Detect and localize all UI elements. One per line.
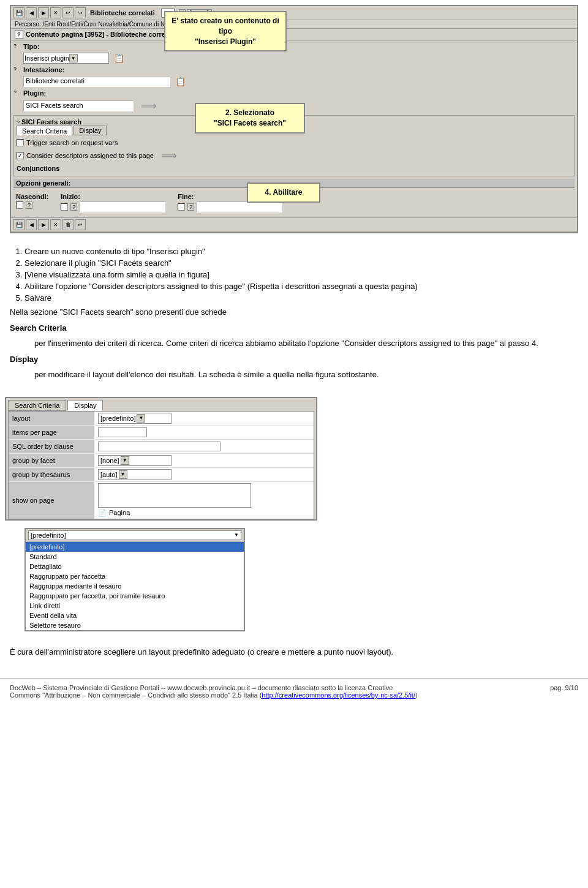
inizio-input[interactable] — [80, 201, 165, 213]
df-value-items — [94, 426, 314, 438]
df-label-thesaurus: group by thesaurus — [9, 468, 94, 481]
tipo-icon2: 📋 — [114, 53, 124, 63]
df-tab-search[interactable]: Search Criteria — [8, 400, 66, 411]
dropdown-list: [predefinito] ▼ [predefinito] Standard D… — [24, 528, 245, 631]
conjunctions-label: Conjunctions — [17, 165, 59, 172]
df-value-thesaurus: [auto] ▼ — [94, 468, 314, 481]
df-row-layout: layout [predefinito] ▼ — [9, 412, 314, 426]
df-row-thesaurus: group by thesaurus [auto] ▼ — [9, 468, 314, 482]
toolbar-btn-save[interactable]: 💾 — [13, 7, 24, 18]
step-3: [Viene visualizzata una form simile a qu… — [24, 270, 578, 279]
df-value-layout: [predefinito] ▼ — [94, 412, 314, 425]
search-criteria-section: Search Criteria — [10, 322, 578, 334]
fine-sub: ? — [178, 201, 282, 213]
consider-arrow: ⟹ — [161, 149, 177, 162]
toolbar-btn-redo[interactable]: ↪ — [75, 7, 86, 18]
toolbar-btn-close[interactable]: ✕ — [50, 7, 61, 18]
dropdown-item-3[interactable]: Raggruppato per faccetta — [26, 571, 244, 581]
bottom-btn-6[interactable]: ↩ — [75, 219, 86, 230]
step-1: Creare un nuovo contenuto di tipo "Inser… — [24, 247, 578, 256]
tipo-select-arrow[interactable]: ▼ — [69, 54, 78, 62]
dropdown-item-5[interactable]: Raggruppato per faccetta, poi tramite te… — [26, 591, 244, 601]
dropdown-header-select[interactable]: [predefinito] ▼ — [28, 530, 241, 540]
tipo-select[interactable]: Inserisci plugin ▼ — [23, 53, 109, 64]
items-per-page-input[interactable] — [98, 427, 147, 437]
layout-select[interactable]: [predefinito] ▼ — [98, 413, 172, 424]
search-criteria-desc: per l'inserimento dei criteri di ricerca… — [34, 337, 578, 350]
fine-checkbox[interactable] — [178, 203, 185, 211]
sici-intro: Nella sezione "SICI Facets search" sono … — [10, 306, 578, 318]
df-tab-display[interactable]: Display — [67, 400, 103, 411]
page-number: pag. 9/10 — [550, 684, 578, 691]
dropdown-item-8[interactable]: Selettore tesauro — [26, 620, 244, 630]
inizio-checkbox[interactable] — [61, 203, 68, 211]
thesaurus-select[interactable]: [auto] ▼ — [98, 469, 172, 480]
nascondi-q: ? — [26, 201, 32, 209]
dropdown-item-1[interactable]: Standard — [26, 552, 244, 562]
bottom-btn-3[interactable]: ▶ — [38, 219, 49, 230]
nascondi-checkbox[interactable] — [16, 201, 23, 209]
bottom-btn-2[interactable]: ◀ — [26, 219, 37, 230]
dropdown-item-2[interactable]: Dettagliato — [26, 562, 244, 571]
callout-2: 2. Selezionato "SICI Facets search" — [195, 103, 305, 134]
pagina-label: Pagina — [109, 509, 130, 516]
search-criteria-title: Search Criteria — [10, 323, 67, 333]
inizio-sub: ? — [61, 201, 165, 213]
sql-order-input[interactable] — [98, 442, 221, 451]
intestazione-row: ? Intestazione: — [13, 66, 575, 73]
nascondi-sub: ? — [16, 201, 48, 209]
bottom-btn-1[interactable]: 💾 — [13, 219, 24, 230]
toolbar-btn-back[interactable]: ◀ — [26, 7, 37, 18]
plugin-icon: ? — [13, 89, 21, 97]
toolbar-btn-undo[interactable]: ↩ — [62, 7, 74, 18]
tipo-label: Tipo: — [23, 43, 72, 50]
trigger-row: Trigger search on request vars — [17, 138, 571, 148]
dropdown-items: [predefinito] Standard Dettagliato Raggr… — [26, 542, 244, 630]
show-on-page-textarea[interactable] — [98, 483, 251, 508]
display-form-tabs: Search Criteria Display — [6, 398, 316, 411]
facet-select[interactable]: [none] ▼ — [98, 455, 172, 466]
trigger-label: Trigger search on request vars — [26, 139, 118, 146]
steps-list: Creare un nuovo contenuto di tipo "Inser… — [24, 247, 578, 303]
plugin-row: ? Plugin: — [13, 89, 575, 97]
footer-line2: Commons "Attribuzione – Non commerciale … — [10, 691, 578, 699]
bottom-btn-5[interactable]: 🗑 — [62, 219, 74, 230]
tab-display[interactable]: Display — [74, 126, 107, 135]
consider-checkbox[interactable]: ✓ — [17, 152, 24, 159]
plugin-input[interactable]: SICI Facets search — [23, 100, 134, 111]
thesaurus-arrow[interactable]: ▼ — [119, 470, 127, 479]
dropdown-header: [predefinito] ▼ — [26, 529, 244, 542]
int-icon2: 📋 — [175, 77, 186, 86]
fine-input[interactable] — [197, 201, 282, 213]
layout-arrow[interactable]: ▼ — [137, 414, 145, 423]
dropdown-header-arrow[interactable]: ▼ — [234, 532, 239, 538]
intestazione-input[interactable]: Biblioteche correlati — [23, 76, 170, 87]
consider-row: ✓ Consider descriptors assigned to this … — [17, 148, 571, 164]
df-value-facet: [none] ▼ — [94, 454, 314, 467]
plugin-arrow: ⟹ — [141, 99, 157, 113]
dropdown-item-0[interactable]: [predefinito] — [26, 542, 244, 552]
df-label-show: show on page — [9, 482, 94, 519]
content-title: Contenuto pagina [3952] - Biblioteche co… — [26, 31, 175, 38]
fine-q: ? — [187, 203, 194, 211]
footer-line1: DocWeb – Sistema Provinciale di Gestione… — [10, 684, 578, 691]
cms-toolbar: 💾 ◀ ▶ ✕ ↩ ↪ Biblioteche correlati ? [men… — [11, 6, 577, 20]
breadcrumb: Percorso: /Enti Root/Enti/Com Novafeltri… — [11, 20, 577, 29]
trigger-checkbox[interactable] — [17, 139, 24, 146]
inizio-group: Inizio: ? — [61, 193, 165, 213]
toolbar-btn-fwd[interactable]: ▶ — [38, 7, 49, 18]
footer-link[interactable]: http://creativecommons.org/licenses/by-n… — [262, 691, 415, 699]
pagina-icon: 📄 — [98, 509, 107, 517]
facet-arrow[interactable]: ▼ — [121, 456, 129, 465]
df-value-sql — [94, 440, 314, 453]
tab-search-criteria[interactable]: Search Criteria — [17, 126, 72, 135]
intestazione-label: Intestazione: — [23, 66, 72, 73]
cms-screenshot: 💾 ◀ ▶ ✕ ↩ ↪ Biblioteche correlati ? [men… — [5, 5, 583, 233]
dropdown-item-4[interactable]: Raggruppa mediante il tesauro — [26, 581, 244, 591]
dropdown-item-6[interactable]: Link diretti — [26, 601, 244, 611]
article-content: Creare un nuovo contenuto di tipo "Inser… — [0, 238, 588, 389]
bottom-btn-4[interactable]: ✕ — [50, 219, 61, 230]
sici-title: SICI Facets search — [21, 118, 81, 126]
callout-1: E' stato creato un contenuto di tipo "In… — [164, 11, 287, 51]
dropdown-item-7[interactable]: Eventi della vita — [26, 611, 244, 620]
